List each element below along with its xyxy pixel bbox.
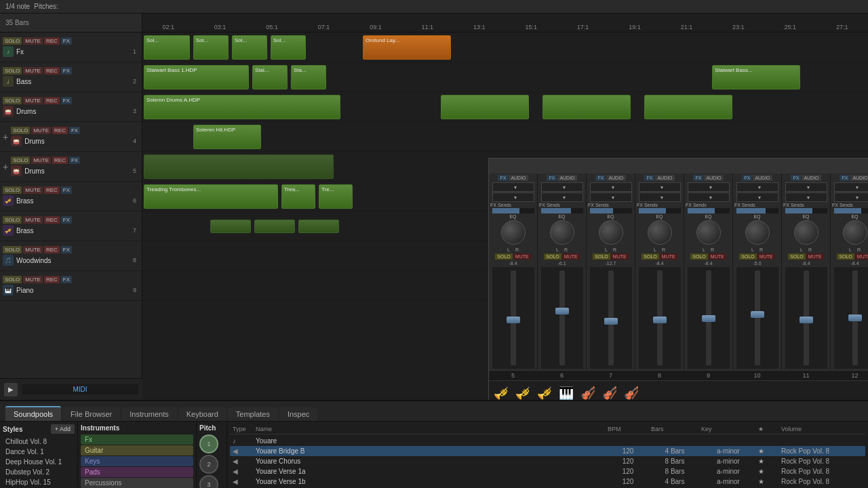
pitch-item[interactable]: 2 bbox=[199, 455, 218, 474]
solo-button[interactable]: SOLO bbox=[11, 157, 30, 164]
channel-solo-button[interactable]: SOLO bbox=[788, 253, 805, 260]
arrangement-view[interactable]: Sol... Sol... Sol... Sol... Orotund Lay.… bbox=[142, 33, 868, 400]
channel-mute-button[interactable]: MUTE bbox=[513, 253, 531, 260]
style-item[interactable]: Deep House Vol. 1 bbox=[3, 457, 75, 467]
channel-audio-button[interactable]: AUDIO bbox=[704, 175, 723, 181]
channel-dropdown[interactable]: ▼ bbox=[688, 182, 730, 192]
style-item[interactable]: Dance Vol. 1 bbox=[3, 447, 75, 457]
mute-button[interactable]: MUTE bbox=[23, 216, 43, 224]
clip[interactable]: Sol... bbox=[232, 35, 267, 60]
mute-button[interactable]: MUTE bbox=[23, 276, 43, 283]
rec-button[interactable]: REC bbox=[44, 37, 60, 45]
tab-keyboard[interactable]: Keyboard bbox=[178, 407, 226, 421]
add-style-button[interactable]: + Add bbox=[51, 424, 75, 434]
instrument-item[interactable]: Keys bbox=[81, 456, 193, 466]
channel-fx-button[interactable]: FX bbox=[644, 175, 654, 181]
rec-button[interactable]: REC bbox=[44, 216, 60, 224]
mute-button[interactable]: MUTE bbox=[31, 157, 51, 164]
channel-mute-button[interactable]: MUTE bbox=[757, 253, 775, 260]
clip[interactable]: Solemn Hit.HDP bbox=[193, 125, 261, 149]
clip[interactable]: Treading Trombones... bbox=[144, 184, 278, 209]
clip[interactable] bbox=[298, 220, 339, 233]
channel-solo-button[interactable]: SOLO bbox=[495, 253, 512, 260]
style-item[interactable]: HipHop Vol. 15 bbox=[3, 477, 75, 487]
instrument-item[interactable]: Percussions bbox=[81, 478, 193, 488]
clip[interactable]: Sol... bbox=[271, 35, 306, 60]
solo-button[interactable]: SOLO bbox=[3, 97, 22, 104]
fx-button[interactable]: FX bbox=[61, 246, 72, 253]
channel-send-dropdown[interactable]: ▼ bbox=[590, 192, 632, 202]
clip[interactable]: Trea... bbox=[281, 184, 315, 209]
result-row[interactable]: ◀ Youare Verse 1a 120 8 Bars a-minor ★ R… bbox=[230, 466, 865, 476]
fx-button[interactable]: FX bbox=[61, 67, 72, 75]
channel-mute-button[interactable]: MUTE bbox=[806, 253, 824, 260]
clip[interactable] bbox=[254, 220, 295, 233]
rec-button[interactable]: REC bbox=[44, 276, 60, 283]
channel-solo-button[interactable]: SOLO bbox=[642, 253, 658, 260]
result-row[interactable]: ◀ Youare Chorus 120 8 Bars a-minor ★ Roc… bbox=[230, 456, 865, 466]
channel-fx-button[interactable]: FX bbox=[547, 175, 557, 181]
channel-audio-button[interactable]: AUDIO bbox=[850, 175, 868, 181]
clip[interactable]: Stal... bbox=[252, 65, 288, 89]
channel-audio-button[interactable]: AUDIO bbox=[655, 175, 674, 181]
channel-send-dropdown[interactable]: ▼ bbox=[736, 192, 778, 202]
channel-fx-button[interactable]: FX bbox=[791, 175, 801, 181]
channel-dropdown[interactable]: ▼ bbox=[736, 182, 778, 192]
channel-fader-handle[interactable] bbox=[800, 317, 813, 323]
fx-button[interactable]: FX bbox=[61, 216, 72, 224]
channel-knob[interactable] bbox=[696, 220, 721, 245]
channel-fader-handle[interactable] bbox=[653, 317, 667, 323]
fx-button[interactable]: FX bbox=[61, 97, 72, 104]
clip[interactable] bbox=[441, 95, 529, 119]
channel-knob[interactable] bbox=[843, 220, 867, 245]
clip[interactable]: Tre... bbox=[319, 184, 353, 209]
instrument-item[interactable]: Guitar bbox=[81, 445, 193, 455]
channel-dropdown[interactable]: ▼ bbox=[492, 182, 534, 192]
channel-fader-handle[interactable] bbox=[751, 311, 764, 318]
fx-button[interactable]: FX bbox=[61, 37, 72, 45]
clip[interactable] bbox=[210, 220, 251, 233]
result-row[interactable]: ◀ Youare Bridge B 120 4 Bars a-minor ★ R… bbox=[230, 446, 865, 456]
channel-knob[interactable] bbox=[794, 220, 818, 245]
channel-fader-handle[interactable] bbox=[604, 318, 618, 325]
channel-audio-button[interactable]: AUDIO bbox=[557, 175, 576, 181]
solo-button[interactable]: SOLO bbox=[3, 186, 22, 194]
rec-button[interactable]: REC bbox=[44, 186, 60, 194]
channel-mute-button[interactable]: MUTE bbox=[855, 253, 868, 260]
channel-solo-button[interactable]: SOLO bbox=[739, 253, 756, 260]
clip[interactable]: Sol... bbox=[193, 35, 229, 60]
style-item[interactable]: Chillout Vol. 8 bbox=[3, 436, 75, 447]
channel-send-dropdown[interactable]: ▼ bbox=[639, 192, 681, 202]
channel-audio-button[interactable]: AUDIO bbox=[606, 175, 625, 181]
clip[interactable] bbox=[144, 155, 334, 179]
instrument-item[interactable]: Pads bbox=[81, 467, 193, 477]
channel-send-dropdown[interactable]: ▼ bbox=[541, 192, 583, 202]
rec-button[interactable]: REC bbox=[44, 246, 60, 253]
channel-send-dropdown[interactable]: ▼ bbox=[688, 192, 730, 202]
mute-button[interactable]: MUTE bbox=[23, 97, 43, 104]
tab-soundpools[interactable]: Soundpools bbox=[5, 406, 61, 421]
clip[interactable]: Sta... bbox=[291, 65, 326, 89]
channel-fx-button[interactable]: FX bbox=[742, 175, 752, 181]
mute-button[interactable]: MUTE bbox=[23, 67, 43, 75]
clip[interactable]: Orotund Lay... bbox=[363, 35, 451, 60]
channel-mute-button[interactable]: MUTE bbox=[562, 253, 580, 260]
channel-send-dropdown[interactable]: ▼ bbox=[785, 192, 827, 202]
channel-fx-button[interactable]: FX bbox=[693, 175, 703, 181]
tab-instruments[interactable]: Instruments bbox=[121, 407, 176, 421]
instrument-item[interactable]: Fx bbox=[81, 434, 193, 445]
fx-button[interactable]: FX bbox=[61, 276, 72, 283]
channel-knob[interactable] bbox=[648, 220, 672, 245]
channel-dropdown[interactable]: ▼ bbox=[541, 182, 583, 192]
solo-button[interactable]: SOLO bbox=[3, 216, 22, 224]
channel-solo-button[interactable]: SOLO bbox=[690, 253, 707, 260]
channel-knob[interactable] bbox=[501, 220, 526, 245]
channel-send-dropdown[interactable]: ▼ bbox=[492, 192, 534, 202]
channel-solo-button[interactable]: SOLO bbox=[837, 253, 854, 260]
result-row[interactable]: ◀ Youare Verse 1b 120 4 Bars a-minor ★ R… bbox=[230, 476, 865, 487]
channel-dropdown[interactable]: ▼ bbox=[785, 182, 827, 192]
channel-fx-button[interactable]: FX bbox=[498, 175, 508, 181]
solo-button[interactable]: SOLO bbox=[11, 127, 30, 134]
rec-button[interactable]: REC bbox=[44, 67, 60, 75]
clip[interactable] bbox=[644, 95, 732, 119]
